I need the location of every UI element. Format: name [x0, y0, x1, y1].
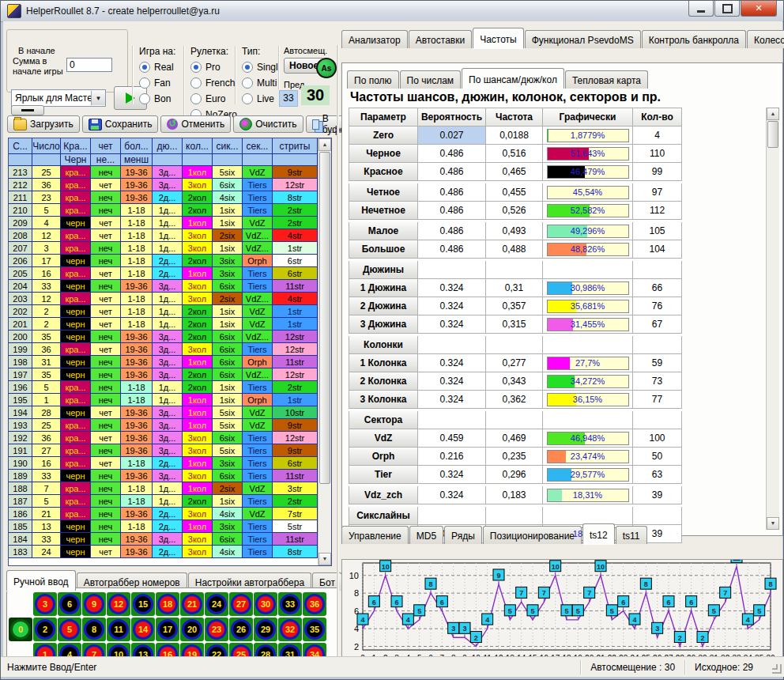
spin-row[interactable]: 2094чернчет1-181д...1кол1sixVdZ2str — [9, 217, 318, 229]
load-button[interactable]: Загрузить — [7, 115, 80, 133]
spins-scrollbar[interactable]: ▲ ▼ — [318, 138, 331, 565]
resize-grip[interactable] — [772, 664, 782, 674]
roulette-number-32[interactable]: 32 — [278, 618, 302, 641]
roulette-number-11[interactable]: 11 — [107, 618, 130, 641]
tab-ручной-ввод[interactable]: Ручной ввод — [6, 570, 76, 591]
spins-column-header[interactable] — [9, 154, 32, 166]
radio-icon[interactable] — [190, 77, 202, 89]
spins-column-header[interactable]: кол... — [183, 138, 213, 154]
maximize-button[interactable] — [714, 1, 740, 17]
tab-md5[interactable]: MD5 — [409, 526, 443, 544]
roulette-number-17[interactable]: 17 — [156, 618, 179, 641]
subtab-по-шансам-дюж-кол[interactable]: По шансам/дюж/кол — [462, 68, 564, 89]
radio-option-live[interactable]: Live — [242, 93, 281, 104]
spins-column-header[interactable]: Число — [32, 138, 61, 154]
spins-column-header[interactable]: сек... — [243, 138, 273, 154]
spin-row[interactable]: 1875кра...неч1-181д...2кол1sixTiers2str — [9, 495, 318, 508]
tab-автоставки[interactable]: Автоставки — [409, 30, 473, 48]
spin-row[interactable]: 19735черннеч19-363д...2кол6sixVdZ...12st… — [9, 368, 318, 381]
roulette-number-36[interactable]: 36 — [303, 592, 326, 616]
spin-row[interactable]: 2105кра...неч1-181д...2кол1sixTiers2str — [9, 204, 318, 217]
spins-column-header[interactable] — [183, 154, 213, 166]
spins-column-header[interactable]: не... — [91, 154, 121, 166]
roulette-number-15[interactable]: 15 — [131, 592, 155, 616]
spin-row[interactable]: 21236кра...чет19-363д...3кол6sixTiers12s… — [9, 179, 318, 191]
close-button[interactable]: ✕ — [741, 1, 777, 17]
radio-option-fan[interactable]: Fan — [139, 77, 187, 89]
scroll-up-icon[interactable]: ▲ — [767, 108, 779, 120]
freq-param-cell[interactable]: 2 Дюжина — [349, 297, 418, 315]
roulette-number-2[interactable]: 2 — [33, 618, 57, 641]
collapse-button[interactable] — [11, 105, 44, 115]
freq-param-cell[interactable]: Нечетное — [349, 202, 418, 220]
freq-param-cell[interactable]: Красное — [349, 163, 418, 181]
tab-колесо-рулет[interactable]: Колесо рулет — [747, 30, 784, 48]
tab-частоты[interactable]: Частоты — [473, 28, 524, 48]
radio-icon[interactable] — [190, 62, 202, 73]
tab-функционал-psevdoms[interactable]: Функционал PsevdoMS — [525, 30, 641, 48]
freq-param-cell[interactable]: 1 Колонка — [349, 354, 418, 372]
spins-column-header[interactable]: дю... — [153, 138, 183, 154]
freq-param-cell[interactable]: Orph — [349, 448, 418, 466]
spins-column-header[interactable] — [243, 154, 273, 166]
roulette-number-33[interactable]: 33 — [278, 592, 302, 616]
spin-row[interactable]: 19325кра...неч19-363д...1кол5sixVdZ9str — [9, 419, 318, 432]
freq-param-cell[interactable]: 1 Дюжина — [349, 279, 418, 297]
roulette-number-26[interactable]: 26 — [229, 618, 253, 641]
spins-column-header[interactable] — [213, 154, 243, 166]
radio-icon[interactable] — [139, 93, 150, 104]
spin-row[interactable]: 2012чернчет1-181д...2кол1sixVdZ1str — [9, 318, 318, 331]
spin-row[interactable]: 19236кра...чет19-363д...3кол6sixTiers12s… — [9, 432, 318, 444]
spins-column-header[interactable]: стриты — [273, 138, 318, 154]
freq-param-cell[interactable]: 3 Дюжина — [349, 315, 418, 334]
roulette-number-5[interactable]: 5 — [58, 618, 81, 641]
spin-row[interactable]: 18324чернчет19-362д...3кол4sixTiers8str — [9, 546, 318, 558]
spin-row[interactable]: 18513черннеч1-182д...1кол3sixTiers5str — [9, 520, 318, 533]
start-sum-input[interactable] — [66, 58, 112, 72]
scrollbar-thumb[interactable] — [319, 152, 330, 484]
freq-param-cell[interactable]: Дюжины — [349, 261, 418, 279]
frequencies-scrollbar[interactable]: ▲ ▼ — [766, 108, 779, 530]
roulette-number-35[interactable]: 35 — [303, 618, 326, 641]
spin-row[interactable]: 21325кра...неч19-363д...1кол5sixVdZ9str — [9, 166, 318, 179]
scroll-down-icon[interactable]: ▼ — [767, 517, 779, 530]
as-button[interactable]: As — [316, 58, 337, 78]
tab-контроль-банкролла[interactable]: Контроль банкролла — [642, 30, 746, 48]
radio-option-bon[interactable]: Bon — [139, 93, 187, 104]
subtab-тепловая-карта[interactable]: Тепловая карта — [565, 70, 648, 89]
freq-param-cell[interactable]: Большое — [349, 240, 418, 259]
scrollbar-thumb[interactable] — [767, 121, 778, 148]
radio-option-pro[interactable]: Pro — [190, 62, 239, 73]
spins-column-header[interactable]: С... — [9, 138, 32, 154]
roulette-number-6[interactable]: 6 — [58, 592, 81, 616]
radio-icon[interactable] — [139, 62, 150, 73]
freq-param-cell[interactable]: VdZ — [349, 429, 418, 448]
tab-управление[interactable]: Управление — [341, 526, 409, 544]
spin-row[interactable]: 19831черннеч19-363д...1кол6sixOrph11str — [9, 356, 318, 368]
roulette-number-8[interactable]: 8 — [82, 618, 106, 641]
spin-row[interactable]: 1951кра...неч1-181д...1кол1sixOrph1str — [9, 394, 318, 406]
preset-combobox[interactable]: Ярлык для Мастер ▼ — [11, 89, 106, 107]
roulette-number-12[interactable]: 12 — [107, 592, 130, 616]
freq-param-cell[interactable]: Tier — [349, 466, 418, 484]
spin-row[interactable]: 19127кра...неч19-363д...3кол5sixTiers9st… — [9, 444, 318, 457]
roulette-number-0[interactable]: 0 — [9, 618, 32, 641]
spin-row[interactable]: 19936кра...чет19-363д...3кол6sixTiers12s… — [9, 343, 318, 356]
spin-row[interactable]: 20516кра...чет1-182д...1кол3sixTiers6str — [9, 267, 318, 280]
spin-row[interactable]: 19428чернчет19-363д...1кол5sixVdZ10str — [9, 406, 318, 419]
freq-param-cell[interactable]: 2 Колонка — [349, 372, 418, 391]
radio-icon[interactable] — [242, 77, 253, 89]
spins-column-header[interactable] — [153, 154, 183, 166]
radio-option-real[interactable]: Real — [139, 62, 187, 73]
subtab-по-полю[interactable]: По полю — [347, 70, 399, 89]
spins-column-header[interactable] — [32, 154, 61, 166]
spin-row[interactable]: 20617черннеч1-182д...2кол3sixOrph6str — [9, 255, 318, 267]
freq-param-cell[interactable]: Черное — [349, 145, 418, 163]
roulette-number-27[interactable]: 27 — [229, 592, 253, 616]
radio-icon[interactable] — [139, 77, 150, 89]
roulette-number-23[interactable]: 23 — [205, 618, 228, 641]
spin-row[interactable]: 18933черннеч19-363д...3кол6sixTiers11str — [9, 470, 318, 482]
freq-param-cell[interactable]: Zero — [349, 127, 418, 145]
radio-option-singl[interactable]: Singl — [242, 62, 281, 73]
minimize-button[interactable] — [688, 1, 714, 17]
